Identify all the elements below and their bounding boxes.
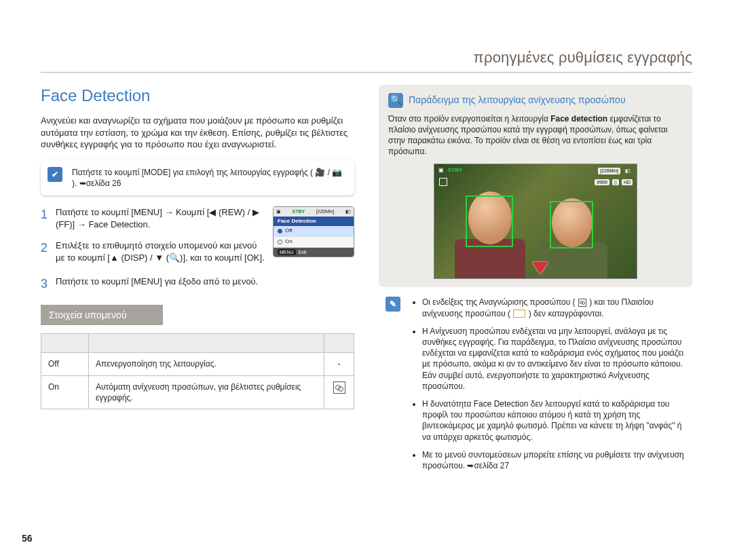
face-frame-icon [513,310,525,318]
row-desc: Απενεργοποίηση της λειτουργίας. [89,353,324,375]
lcd-menu-btn: MENU [278,249,296,255]
overlay-shots: 9999 [595,179,609,185]
face-frame [550,201,593,248]
battery-icon: ▮▯ [345,208,351,214]
lcd-option-off: Off [274,226,354,237]
row-desc: Αυτόματη ανίχνευση προσώπων, για βέλτιστ… [89,375,324,409]
battery-icon: ▮▯ [623,168,633,174]
tip-item: Οι ενδείξεις της Αναγνώρισης προσώπου ( … [422,297,692,318]
table-row: Off Απενεργοποίηση της λειτουργίας. - [41,353,354,375]
step-3-text: Πατήστε το κουμπί [MENU] για έξοδο από τ… [56,276,354,292]
table-header [89,334,324,353]
mode-note: ✔ Πατήστε το κουμπί [MODE] για επιλογή τ… [41,160,354,195]
overlay-hd: HD [622,179,633,185]
right-column: 🔍 Παράδειγμα της λειτουργίας ανίχνευσης … [379,85,692,560]
magnify-icon: 🔍 [388,93,403,108]
tips-panel: ✎ Οι ενδείξεις της Αναγνώρισης προσώπου … [379,297,692,471]
tip-item: Με το μενού συντομεύσεων μπορείτε επίσης… [422,449,692,471]
overlay-stby: STBY [448,167,462,174]
row-icon [324,375,354,409]
step-number: 3 [41,276,56,292]
lcd-mode-icon: ▣ [276,208,281,214]
table-header [324,334,354,353]
check-icon: ✔ [48,167,62,182]
lcd-time: [220Min] [316,208,335,214]
lcd-option-on: On [274,237,354,248]
step-2-text: Επιλέξτε το επιθυμητό στοιχείο υπομενού … [56,240,265,263]
overlay-mode-icon: ▣ [438,167,444,174]
overlay-card-icon: ▯ [612,179,619,185]
example-title: Παράδειγμα της λειτουργίας ανίχνευσης πρ… [409,94,626,107]
page-number: 56 [22,532,33,545]
face-detection-icon [333,381,345,394]
page-title: Face Detection [41,85,354,107]
section-header: προηγμένες ρυθμίσεις εγγραφής [41,48,692,73]
face-detection-icon [578,299,586,307]
face-frame [466,195,513,247]
marker-icon [532,262,548,274]
left-column: Face Detection Ανιχνεύει και αναγνωρίζει… [41,85,354,560]
example-panel: 🔍 Παράδειγμα της λειτουργίας ανίχνευσης … [379,85,692,288]
radio-icon [278,240,282,244]
intro-text: Ανιχνεύει και αναγνωρίζει τα σχήματα που… [41,115,354,151]
mode-note-text: Πατήστε το κουμπί [MODE] για επιλογή της… [72,168,342,188]
tip-item: Η Ανίχνευση προσώπου ενδέχεται να μην λε… [422,326,692,392]
lcd-stby: STBY [292,208,305,214]
tip-item: Η δυνατότητα Face Detection δεν λειτουργ… [422,398,692,443]
overlay-time: [220Min] [598,168,620,174]
row-item: On [41,375,89,409]
step-number: 2 [41,240,56,263]
example-text: Όταν στο προϊόν ενεργοποιείται η λειτουρ… [388,113,683,157]
submenu-table: Off Απενεργοποίηση της λειτουργίας. - On… [41,333,354,409]
example-photo: ▣ STBY [220Min] ▮▯ 9999 ▯ HD [434,164,637,279]
row-icon: - [324,353,354,375]
lcd-illustration: ▣ STBY [220Min] ▮▯ Face Detection Off On [273,206,354,257]
radio-icon [278,229,282,234]
lcd-exit: Exit [299,249,307,255]
step-1-text: Πατήστε το κουμπί [MENU] → Κουμπί [◀ (RE… [56,206,265,230]
table-row: On Αυτόματη ανίχνευση προσώπων, για βέλτ… [41,375,354,409]
table-header [41,334,89,353]
face-detection-icon [439,178,447,186]
lcd-menu-title: Face Detection [274,217,354,227]
step-number: 1 [41,206,56,230]
pencil-icon: ✎ [386,297,400,312]
submenu-heading: Στοιχεία υπομενού [41,305,163,326]
row-item: Off [41,353,89,375]
